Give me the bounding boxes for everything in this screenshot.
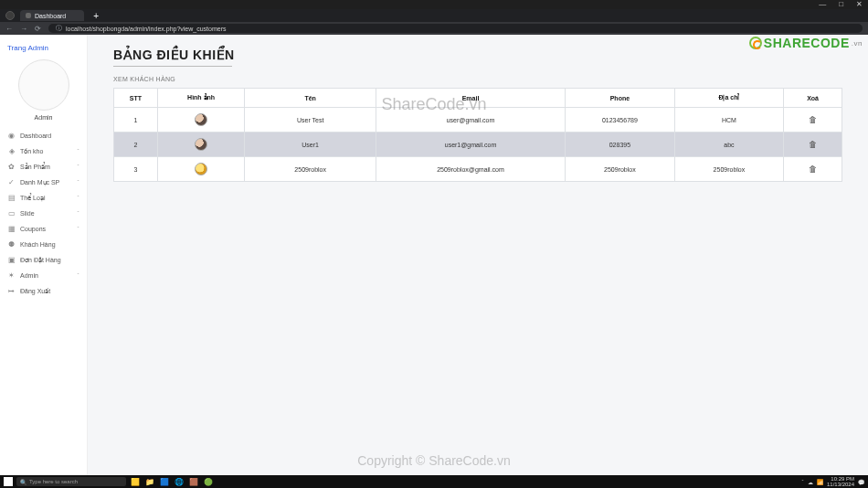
user-name: Admin <box>4 114 83 121</box>
windows-taskbar: 🔍 Type here to search 🟨 📁 🟦 🌐 🟫 🟢 ˄ ☁ 📶 … <box>0 475 868 488</box>
sidebar: Trang Admin Admin ◉Dashboard◈Tồn kho˅✿Sả… <box>0 35 88 475</box>
chevron-down-icon: ˅ <box>77 148 79 154</box>
cell-name: User1 <box>245 133 376 157</box>
search-placeholder: Type here to search <box>29 479 78 484</box>
tray-chevron-icon[interactable]: ˄ <box>801 479 804 485</box>
delete-button[interactable]: 🗑 <box>809 164 817 174</box>
cell-stt: 2 <box>114 133 158 157</box>
sidebar-item-5[interactable]: ▭Slide˅ <box>4 206 83 221</box>
cell-stt: 3 <box>114 157 158 182</box>
delete-button[interactable]: 🗑 <box>809 140 817 149</box>
table-row: 32509roblox2509roblox@gmail.com2509roblo… <box>114 157 842 182</box>
sidebar-item-6[interactable]: ▦Coupons˅ <box>4 221 83 237</box>
taskbar-app-5[interactable]: 🟫 <box>188 477 199 486</box>
sidebar-item-label: Đơn Đặt Hàng <box>20 257 61 264</box>
taskbar-app-explorer[interactable]: 📁 <box>144 477 155 486</box>
tray-notifications-icon[interactable]: 💬 <box>858 479 864 485</box>
customer-avatar <box>195 163 207 175</box>
taskbar-clock[interactable]: 10:29 PM 11/13/2024 <box>827 476 854 487</box>
cell-stt: 1 <box>114 108 158 133</box>
sidebar-item-icon: ✶ <box>7 271 16 280</box>
chevron-down-icon: ˅ <box>77 179 79 186</box>
cell-image <box>157 108 245 133</box>
title-underline <box>113 66 232 67</box>
sidebar-item-2[interactable]: ✿Sản Phẩm˅ <box>4 159 83 175</box>
cell-image <box>157 133 245 157</box>
start-button[interactable] <box>4 477 13 486</box>
page-title: BẢNG ĐIỀU KHIỂN <box>113 48 842 62</box>
customer-avatar <box>195 138 207 151</box>
sidebar-item-label: Coupons <box>20 226 46 232</box>
sidebar-item-icon: ↦ <box>7 287 16 295</box>
taskbar-app-vscode[interactable]: 🟦 <box>159 477 170 486</box>
chevron-down-icon: ˅ <box>77 272 79 279</box>
th-email: Email <box>376 89 565 108</box>
th-address: Địa chỉ <box>674 89 784 108</box>
sidebar-item-0[interactable]: ◉Dashboard <box>4 128 83 143</box>
sidebar-item-7[interactable]: ⚉Khách Hàng <box>4 237 83 252</box>
browser-tab[interactable]: Dashboard <box>20 10 84 21</box>
sidebar-item-icon: ◉ <box>7 132 16 140</box>
chevron-down-icon: ˅ <box>77 226 79 232</box>
sidebar-item-label: Slide <box>20 210 35 217</box>
profile-avatar[interactable] <box>5 11 15 20</box>
user-avatar[interactable] <box>18 59 69 111</box>
th-name: Tên <box>245 89 376 108</box>
cell-delete: 🗑 <box>784 108 842 133</box>
maximize-button[interactable]: □ <box>839 1 843 8</box>
sidebar-item-1[interactable]: ◈Tồn kho˅ <box>4 143 83 159</box>
os-titlebar: — □ ✕ <box>0 0 868 9</box>
close-button[interactable]: ✕ <box>856 1 863 8</box>
taskbar-app-6[interactable]: 🟢 <box>203 477 214 486</box>
sidebar-item-label: Tồn kho <box>20 148 43 155</box>
reload-button[interactable]: ⟳ <box>35 25 41 33</box>
cell-name: User Test <box>245 108 376 133</box>
cell-delete: 🗑 <box>784 157 842 182</box>
delete-button[interactable]: 🗑 <box>809 115 817 124</box>
address-bar[interactable]: ⓘ localhost/shopbongda/admin/index.php?v… <box>48 24 863 33</box>
forward-button[interactable]: → <box>20 25 27 33</box>
sidebar-item-icon: ▦ <box>7 225 16 233</box>
tab-title: Dashboard <box>35 13 66 19</box>
taskbar-search[interactable]: 🔍 Type here to search <box>16 477 126 486</box>
sidebar-item-label: Thể Loại <box>20 195 45 202</box>
sidebar-item-icon: ◈ <box>7 147 16 155</box>
sidebar-item-9[interactable]: ✶Admin˅ <box>4 268 83 283</box>
new-tab-button[interactable]: + <box>90 11 102 21</box>
sidebar-item-icon: ✓ <box>7 178 16 186</box>
app-viewport: SHARECODE.vn ShareCode.vn Copyright © Sh… <box>0 35 868 475</box>
sidebar-item-label: Danh Mục SP <box>20 179 59 186</box>
main-content: BẢNG ĐIỀU KHIỂN XEM KHÁCH HÀNG STT Hình … <box>88 35 868 475</box>
cell-image <box>157 157 245 182</box>
cell-phone: 0123456789 <box>566 108 675 133</box>
browser-tab-strip: Dashboard + <box>0 9 868 22</box>
taskbar-app-1[interactable]: 🟨 <box>130 477 141 486</box>
chevron-down-icon: ˅ <box>77 195 79 201</box>
sidebar-item-icon: ⚉ <box>7 240 16 249</box>
back-button[interactable]: ← <box>5 25 13 33</box>
cell-email: 2509roblox@gmail.com <box>376 157 565 182</box>
brand-title[interactable]: Trang Admin <box>4 42 83 59</box>
cell-email: user1@gmail.com <box>376 133 565 157</box>
sidebar-item-icon: ✿ <box>7 163 16 171</box>
taskbar-app-chrome[interactable]: 🌐 <box>174 477 185 486</box>
minimize-button[interactable]: — <box>819 1 826 8</box>
tray-cloud-icon[interactable]: ☁ <box>808 479 813 485</box>
table-row: 1User Testuser@gmail.com0123456789HCM🗑 <box>114 108 842 133</box>
cell-address: HCM <box>674 108 784 133</box>
cell-address: 2509roblox <box>674 157 784 182</box>
page-subtitle: XEM KHÁCH HÀNG <box>113 76 842 82</box>
sidebar-item-label: Đăng Xuất <box>20 288 50 295</box>
sidebar-item-10[interactable]: ↦Đăng Xuất <box>4 283 83 299</box>
th-phone: Phone <box>566 89 675 108</box>
cell-address: abc <box>674 133 784 157</box>
chevron-down-icon: ˅ <box>77 164 79 170</box>
tray-wifi-icon[interactable]: 📶 <box>817 479 823 485</box>
th-delete: Xoá <box>784 89 842 108</box>
sidebar-item-8[interactable]: ▣Đơn Đặt Hàng <box>4 252 83 268</box>
sidebar-item-3[interactable]: ✓Danh Mục SP˅ <box>4 175 83 190</box>
th-stt: STT <box>114 89 158 108</box>
sidebar-item-4[interactable]: ▤Thể Loại˅ <box>4 190 83 206</box>
system-tray[interactable]: ˄ ☁ 📶 10:29 PM 11/13/2024 💬 <box>801 476 864 487</box>
sidebar-item-icon: ▣ <box>7 256 16 264</box>
